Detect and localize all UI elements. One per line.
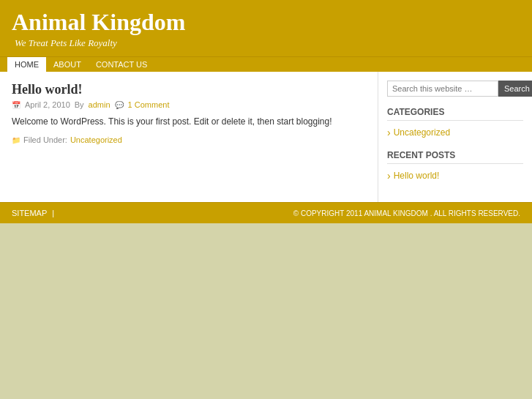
nav-contact[interactable]: CONTACT US (89, 57, 155, 72)
post-title: Hello world! (12, 82, 366, 97)
below-fold (0, 223, 532, 399)
recent-post-link[interactable]: Hello world! (387, 168, 523, 183)
search-button[interactable]: Search (498, 81, 532, 97)
footer-divider: | (52, 209, 54, 217)
content-area: Hello world! 📅 April 2, 2010 By admin 💬 … (0, 72, 532, 202)
categories-title: CATEGORIES (387, 107, 523, 121)
folder-icon: 📁 (12, 136, 20, 144)
footer-left: SITEMAP | (12, 209, 54, 217)
site-tagline: We Treat Pets Like Royalty (15, 37, 520, 49)
calendar-icon: 📅 (12, 101, 20, 109)
post-date: April 2, 2010 (25, 100, 70, 109)
nav-about[interactable]: ABOUT (46, 57, 89, 72)
recent-posts-section: RECENT POSTS Hello world! (387, 150, 523, 183)
comment-icon: 💬 (115, 101, 124, 109)
nav-home[interactable]: HOME (7, 57, 46, 72)
main-content: Hello world! 📅 April 2, 2010 By admin 💬 … (0, 72, 378, 202)
post-category-link[interactable]: Uncategorized (70, 135, 122, 144)
post-by: By (75, 100, 84, 109)
nav-bar: HOME ABOUT CONTACT US (0, 56, 532, 72)
post-meta: 📅 April 2, 2010 By admin 💬 1 Comment (12, 100, 366, 109)
sitemap-link[interactable]: SITEMAP (12, 209, 47, 217)
category-uncategorized-link[interactable]: Uncategorized (387, 125, 523, 140)
sidebar: Search CATEGORIES Uncategorized RECENT P… (378, 72, 532, 202)
post-footer: 📁 Filed Under: Uncategorized (12, 135, 366, 144)
footer-copyright: © COPYRIGHT 2011 ANIMAL KINGDOM . ALL RI… (293, 209, 520, 217)
recent-posts-title: RECENT POSTS (387, 150, 523, 164)
post-comment-link[interactable]: 1 Comment (128, 100, 170, 109)
search-input[interactable] (387, 81, 498, 97)
filed-under-label: Filed Under: (23, 135, 67, 144)
site-title: Animal Kingdom (12, 9, 520, 36)
footer: SITEMAP | © COPYRIGHT 2011 ANIMAL KINGDO… (0, 202, 532, 223)
post-author-link[interactable]: admin (89, 100, 110, 109)
search-area: Search (387, 81, 523, 97)
post-content: Welcome to WordPress. This is your first… (12, 115, 366, 128)
site-header: Animal Kingdom We Treat Pets Like Royalt… (0, 0, 532, 56)
categories-section: CATEGORIES Uncategorized (387, 107, 523, 140)
main-wrapper: Hello world! 📅 April 2, 2010 By admin 💬 … (0, 72, 532, 202)
